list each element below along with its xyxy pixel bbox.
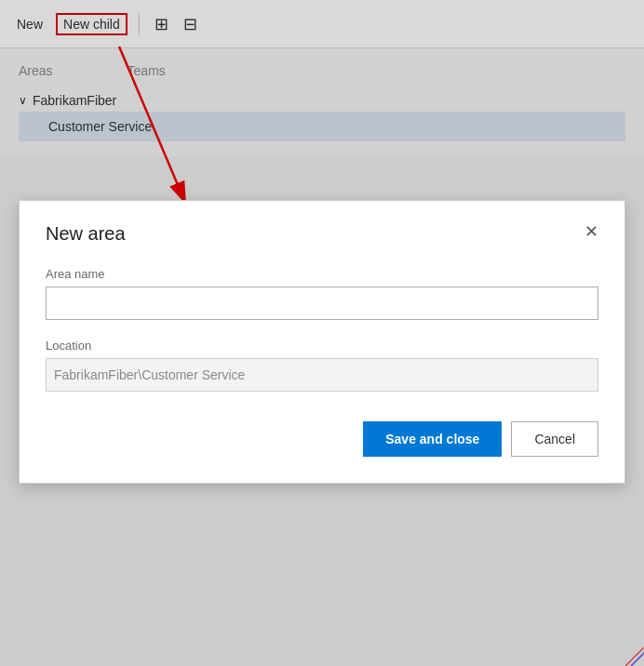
modal-header: New area ✕: [46, 223, 598, 245]
new-area-modal: New area ✕ Area name Location FabrikamFi…: [19, 200, 625, 484]
close-icon: ✕: [584, 222, 598, 241]
location-value: FabrikamFiber\Customer Service: [46, 358, 598, 392]
save-close-button[interactable]: Save and close: [363, 421, 502, 457]
modal-footer: Save and close Cancel: [46, 421, 598, 457]
save-close-label: Save and close: [385, 432, 479, 446]
modal-title: New area: [46, 223, 126, 245]
cancel-button[interactable]: Cancel: [511, 421, 598, 457]
area-name-label: Area name: [46, 267, 598, 281]
modal-close-button[interactable]: ✕: [584, 223, 598, 240]
cancel-label: Cancel: [534, 432, 575, 446]
location-field: Location FabrikamFiber\Customer Service: [46, 339, 598, 392]
location-label: Location: [46, 339, 598, 353]
area-name-input[interactable]: [46, 286, 598, 320]
area-name-field: Area name: [46, 267, 598, 320]
